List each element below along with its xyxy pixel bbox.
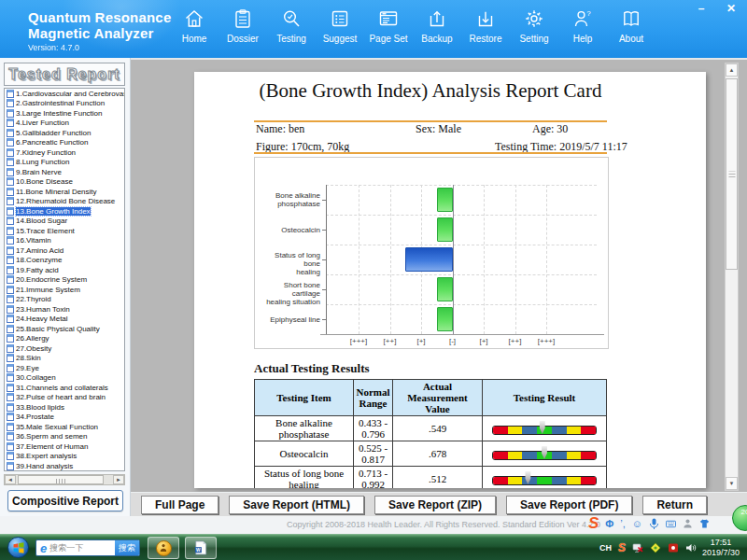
tray-red-app-icon[interactable] [668,542,679,553]
sidebar-item-18-coenzyme[interactable]: 18.Coenzyme [5,256,124,266]
sidebar-item-5-gallbladder-function[interactable]: 5.Gallbladder Function [5,128,124,138]
document-icon [7,403,14,412]
sidebar-item-7-kidney-function[interactable]: 7.Kidney Function [5,147,124,158]
document-icon [7,432,14,441]
sidebar-item-25-basic-physical-quality[interactable]: 25.Basic Physical Quality [5,324,124,334]
sidebar-item-28-skin[interactable]: 28.Skin [5,354,124,364]
sidebar-item-35-male-sexual-function[interactable]: 35.Male Sexual Function [5,422,124,432]
nav-label: Restore [469,34,501,44]
speaker-icon[interactable] [685,542,697,553]
start-button[interactable] [7,537,29,558]
person-icon[interactable] [683,518,693,529]
scrollbar-track[interactable] [16,475,113,484]
sidebar-item-6-pancreatic-function[interactable]: 6.Pancreatic Function [5,138,124,148]
taskbar-search-input[interactable]: e 搜索一下 搜索 [35,539,140,556]
sidebar-item-16-vitamin[interactable]: 16.Vitamin [5,236,124,246]
sidebar-item-36-sperm-and-semen[interactable]: 36.Sperm and semen [5,432,124,442]
chart-x-tick-label: [+] [416,337,425,345]
sidebar-item-30-collagen[interactable]: 30.Collagen [5,373,124,384]
sidebar-item-39-hand-analysis[interactable]: 39.Hand analysis [5,461,124,471]
nav-backup[interactable]: Backup [413,7,461,44]
scale-segment [567,427,582,434]
chart-x-tick-label: [+++] [350,337,367,345]
sidebar-item-37-element-of-human[interactable]: 37.Element of Human [5,441,124,452]
sidebar-item-10-bone-disease[interactable]: 10.Bone Disease [5,177,124,188]
sidebar-item-8-lung-function[interactable]: 8.Lung Function [5,158,124,168]
sidebar-item-15-trace-element[interactable]: 15.Trace Element [5,226,124,236]
nav-label: Backup [421,34,452,44]
tray-language-indicator[interactable]: CH [599,543,612,553]
sidebar-item-26-allergy[interactable]: 26.Allergy [5,334,124,344]
full-page-button[interactable]: Full Page [141,496,218,514]
scroll-right-arrow-icon[interactable]: ► [113,475,124,484]
keyboard-icon[interactable] [666,518,676,529]
chart-bar-status-of-long-bone-healing [405,247,452,272]
taskbar-analyzer-app-button[interactable] [148,537,179,559]
sidebar-item-2-gastrointestinal-function[interactable]: 2.Gastrointestinal Function [5,99,124,109]
results-header-row: Testing ItemNormal RangeActual Measureme… [255,380,607,416]
sidebar-item-34-prostate[interactable]: 34.Prostate [5,413,124,423]
tray-sogou-icon[interactable]: S [618,541,626,554]
document-vertical-scrollbar[interactable]: ▲ ▼ [725,63,739,491]
sidebar-item-3-large-intestine-function[interactable]: 3.Large Intestine Function [5,108,124,119]
sidebar-item-20-endocrine-system[interactable]: 20.Endocrine System [5,275,124,286]
microphone-icon[interactable] [649,518,659,529]
app-window: Quantum Resonance Magnetic Analyzer Vers… [0,0,747,560]
nav-help[interactable]: ?Help [558,7,607,44]
sidebar-item-33-blood-lipids[interactable]: 33.Blood lipids [5,402,124,413]
scale-segment [508,477,523,484]
input-mode-icon[interactable]: Φ [605,518,613,529]
sidebar-item-29-eye[interactable]: 29.Eye [5,363,124,373]
sidebar-item-24-heavy-metal[interactable]: 24.Heavy Metal [5,315,124,325]
sogou-logo-icon[interactable]: S [588,514,599,533]
nav-restore[interactable]: Restore [461,7,510,44]
sidebar-horizontal-scrollbar[interactable]: ◄ ► [4,474,125,485]
sidebar-item-label: 34.Prostate [16,413,54,421]
sidebar-item-1-cardiovascular-and-cerebrovascular[interactable]: 1.Cardiovascular and Cerebrovascular [5,89,124,99]
save-report-html-button[interactable]: Save Report (HTML) [229,496,364,514]
sidebar-item-13-bone-growth-index[interactable]: 13.Bone Growth Index [5,206,124,217]
tray-diamond-icon[interactable] [650,542,661,553]
sidebar-item-11-bone-mineral-density[interactable]: 11.Bone Mineral Density [5,187,124,197]
sidebar-item-31-channels-and-collaterals[interactable]: 31.Channels and collaterals [5,383,124,393]
sidebar-item-12-rheumatoid-bone-disease[interactable]: 12.Rheumatoid Bone Disease [5,197,124,207]
scroll-down-arrow-icon[interactable]: ▼ [726,477,738,490]
sidebar-item-19-fatty-acid[interactable]: 19.Fatty acid [5,265,124,275]
sidebar-item-23-human-toxin[interactable]: 23.Human Toxin [5,304,124,315]
return-button[interactable]: Return [642,496,707,514]
nav-dossier[interactable]: Dossier [218,7,267,44]
nav-suggest[interactable]: Suggest [316,7,364,44]
scroll-left-arrow-icon[interactable]: ◄ [5,475,16,484]
nav-page-set[interactable]: Page Set [364,7,413,44]
tray-network-error-icon[interactable] [632,542,643,553]
compositive-report-button[interactable]: Compositive Report [7,490,123,511]
skin-icon[interactable] [699,518,710,529]
nav-home[interactable]: Home [170,7,218,44]
search-button[interactable]: 搜索 [115,540,139,555]
sidebar-item-9-brain-nerve[interactable]: 9.Brain Nerve [5,167,124,177]
emoji-icon[interactable]: ☺ [632,518,642,529]
sidebar-item-22-thyroid[interactable]: 22.Thyroid [5,295,124,305]
sidebar-item-14-blood-sugar[interactable]: 14.Blood Sugar [5,217,124,227]
punctuation-icon[interactable]: ’, [620,518,626,529]
save-report-pdf-button[interactable]: Save Report (PDF) [506,496,632,514]
sidebar-item-32-pulse-of-heart-and-brain[interactable]: 32.Pulse of heart and brain [5,393,124,403]
nav-setting[interactable]: Setting [510,7,558,44]
sidebar-item-27-obesity[interactable]: 27.Obesity [5,343,124,354]
taskbar-word-app-button[interactable]: W [185,537,217,559]
close-button[interactable]: ✕ [723,2,740,17]
save-report-zip-button[interactable]: Save Report (ZIP) [374,496,496,514]
nav-testing[interactable]: Testing [267,7,316,44]
sidebar-item-4-liver-function[interactable]: 4.Liver Function [5,119,124,129]
scrollbar-thumb[interactable] [18,475,104,484]
scroll-up-arrow-icon[interactable]: ▲ [726,63,738,77]
sidebar-item-38-expert-analysis[interactable]: 38.Expert analysis [5,452,124,462]
sidebar-item-21-immune-system[interactable]: 21.Immune System [5,285,124,295]
taskbar-clock[interactable]: 17:51 2019/7/30 [698,538,743,558]
chart-gridline [326,274,597,275]
minimize-button[interactable]: – [693,2,710,17]
nav-about[interactable]: About [607,7,655,44]
scrollbar-thumb[interactable] [726,78,738,270]
sidebar-item-17-amino-acid[interactable]: 17.Amino Acid [5,245,124,256]
sidebar-item-label: 32.Pulse of heart and brain [16,393,106,401]
